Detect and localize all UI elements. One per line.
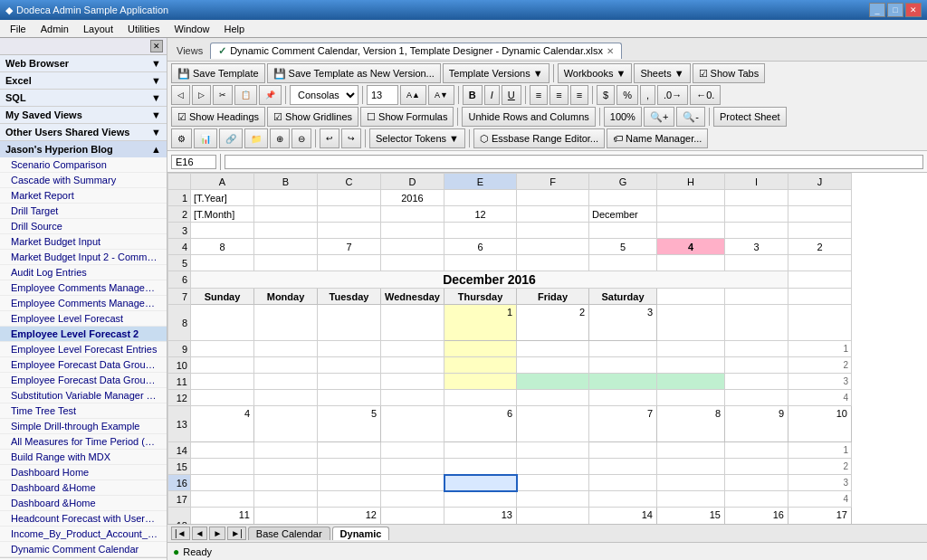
cell-h18[interactable]: 15 xyxy=(657,508,725,525)
sidebar-item-cascade-summary[interactable]: Cascade with Summary xyxy=(0,173,167,188)
sheet-tab-dynamic[interactable]: Dynamic xyxy=(332,527,390,540)
cell-i1[interactable] xyxy=(725,190,788,206)
cell-c18[interactable]: 12 xyxy=(318,508,381,525)
sheet-nav-next[interactable]: ► xyxy=(209,527,225,540)
minimize-button[interactable]: _ xyxy=(869,3,885,17)
sidebar-item-all-measures[interactable]: All Measures for Time Period (Drill Tar.… xyxy=(0,434,167,450)
save-as-new-version-button[interactable]: 💾 Save Template as New Version... xyxy=(267,63,441,83)
cell-e16[interactable] xyxy=(444,475,517,491)
cell-e11[interactable] xyxy=(444,374,517,390)
formula-input[interactable] xyxy=(225,155,923,169)
cell-h9[interactable] xyxy=(657,341,725,357)
menu-admin[interactable]: Admin xyxy=(34,21,75,37)
cell-g1[interactable] xyxy=(589,190,657,206)
row-header-4[interactable]: 4 xyxy=(168,239,191,255)
cell-d10[interactable] xyxy=(381,357,444,374)
cell-i13[interactable]: 9 xyxy=(725,406,788,442)
redo2-button[interactable]: ↪ xyxy=(341,128,361,148)
cell-i10[interactable] xyxy=(725,357,788,374)
cell-e13[interactable]: 6 xyxy=(444,406,517,442)
zoom-out-button[interactable]: 🔍- xyxy=(676,107,705,127)
bold-button[interactable]: B xyxy=(463,85,483,105)
cell-f17[interactable] xyxy=(517,491,589,508)
cell-e12[interactable] xyxy=(444,390,517,406)
cell-e5[interactable] xyxy=(444,255,517,271)
show-tabs-button[interactable]: ☑ Show Tabs xyxy=(693,63,766,83)
cell-i9[interactable] xyxy=(725,341,788,357)
sidebar-item-time-tree-test[interactable]: Time Tree Test xyxy=(0,403,167,419)
toolbar-icon1[interactable]: ⚙ xyxy=(171,128,192,148)
row-header-15[interactable]: 15 xyxy=(168,459,191,475)
cell-b18[interactable] xyxy=(254,508,318,525)
cell-d5[interactable] xyxy=(381,255,444,271)
cell-f10[interactable] xyxy=(517,357,589,374)
row-header-11[interactable]: 11 xyxy=(168,374,191,390)
sidebar-item-audit-log[interactable]: Audit Log Entries xyxy=(0,265,167,280)
cell-a1[interactable]: [T.Year] xyxy=(191,190,254,206)
row-header-7[interactable]: 7 xyxy=(168,289,191,305)
cell-j2[interactable] xyxy=(788,206,852,223)
template-versions-button[interactable]: Template Versions ▼ xyxy=(443,63,550,83)
cell-f9[interactable] xyxy=(517,341,589,357)
dec-increase-button[interactable]: .0→ xyxy=(657,85,688,105)
row-header-18[interactable]: 18 xyxy=(168,508,191,525)
cell-i7[interactable] xyxy=(725,289,788,305)
cell-b3[interactable] xyxy=(254,223,318,239)
cell-g5[interactable] xyxy=(589,255,657,271)
sidebar-item-dashboard-home[interactable]: Dashboard Home xyxy=(0,465,167,480)
toolbar-icon4[interactable]: 📁 xyxy=(244,128,268,148)
row-header-9[interactable]: 9 xyxy=(168,341,191,357)
show-formulas-button[interactable]: ☐ Show Formulas xyxy=(360,107,454,127)
cell-h4[interactable]: 4 xyxy=(657,239,725,255)
show-headings-button[interactable]: ☑ Show Headings xyxy=(171,107,265,127)
cell-h17[interactable] xyxy=(657,491,725,508)
row-header-5[interactable]: 5 xyxy=(168,255,191,271)
cell-j13[interactable]: 10 xyxy=(788,406,852,442)
font-dropdown[interactable]: Consolas xyxy=(290,85,358,105)
row-header-14[interactable]: 14 xyxy=(168,442,191,459)
sidebar-item-drill-source[interactable]: Drill Source xyxy=(0,219,167,234)
sidebar-item-dynamic-comment-calendar[interactable]: Dynamic Comment Calendar xyxy=(0,542,167,557)
toolbar-icon2[interactable]: 📊 xyxy=(194,128,217,148)
cell-a16[interactable] xyxy=(191,475,254,491)
cell-f18[interactable] xyxy=(517,508,589,525)
cell-i3[interactable] xyxy=(725,223,788,239)
cell-g12[interactable] xyxy=(589,390,657,406)
cell-c13[interactable]: 5 xyxy=(318,406,381,442)
sidebar-item-drill-target[interactable]: Drill Target xyxy=(0,204,167,219)
sidebar-item-emp-comments-mgmt-e[interactable]: Employee Comments Management (E... xyxy=(0,280,167,296)
row-header-12[interactable]: 12 xyxy=(168,390,191,406)
sidebar-item-headcount-forecast[interactable]: Headcount Forecast with Username xyxy=(0,511,167,527)
align-left-button[interactable]: ≡ xyxy=(530,85,548,105)
col-header-b[interactable]: B xyxy=(254,174,318,190)
col-header-e[interactable]: E xyxy=(444,174,517,190)
cell-j9[interactable]: 1 xyxy=(788,341,852,357)
cell-g16[interactable] xyxy=(589,475,657,491)
cell-d8[interactable] xyxy=(381,305,444,341)
cell-d13[interactable] xyxy=(381,406,444,442)
cell-d15[interactable] xyxy=(381,459,444,475)
cell-i8[interactable] xyxy=(725,305,788,341)
sidebar-item-emp-comments-mgmt[interactable]: Employee Comments Management xyxy=(0,296,167,311)
cell-j18[interactable]: 17 xyxy=(788,508,852,525)
row-header-13[interactable]: 13 xyxy=(168,406,191,442)
cell-e2[interactable]: 12 xyxy=(444,206,517,223)
cell-j3[interactable] xyxy=(788,223,852,239)
sheet-nav-last[interactable]: ►| xyxy=(227,527,246,540)
cell-j7[interactable] xyxy=(788,289,852,305)
cell-c5[interactable] xyxy=(318,255,381,271)
align-center-button[interactable]: ≡ xyxy=(550,85,568,105)
cell-c15[interactable] xyxy=(318,459,381,475)
cell-c1[interactable] xyxy=(318,190,381,206)
cell-g9[interactable] xyxy=(589,341,657,357)
font-size-input[interactable] xyxy=(367,85,398,105)
sidebar-item-emp-level-forecast-entries[interactable]: Employee Level Forecast Entries xyxy=(0,342,167,357)
row-header-1[interactable]: 1 xyxy=(168,190,191,206)
cell-a12[interactable] xyxy=(191,390,254,406)
sidebar-item-dashboard-home3[interactable]: Dashboard &Home xyxy=(0,496,167,511)
sidebar-section-header-jasons-blog[interactable]: Jason's Hyperion Blog ▲ xyxy=(0,141,167,157)
sidebar-item-market-report[interactable]: Market Report xyxy=(0,188,167,204)
protect-sheet-button[interactable]: Protect Sheet xyxy=(713,107,787,127)
currency-button[interactable]: $ xyxy=(597,85,615,105)
essbase-range-editor-button[interactable]: ⬡ Essbase Range Editor... xyxy=(473,128,605,148)
